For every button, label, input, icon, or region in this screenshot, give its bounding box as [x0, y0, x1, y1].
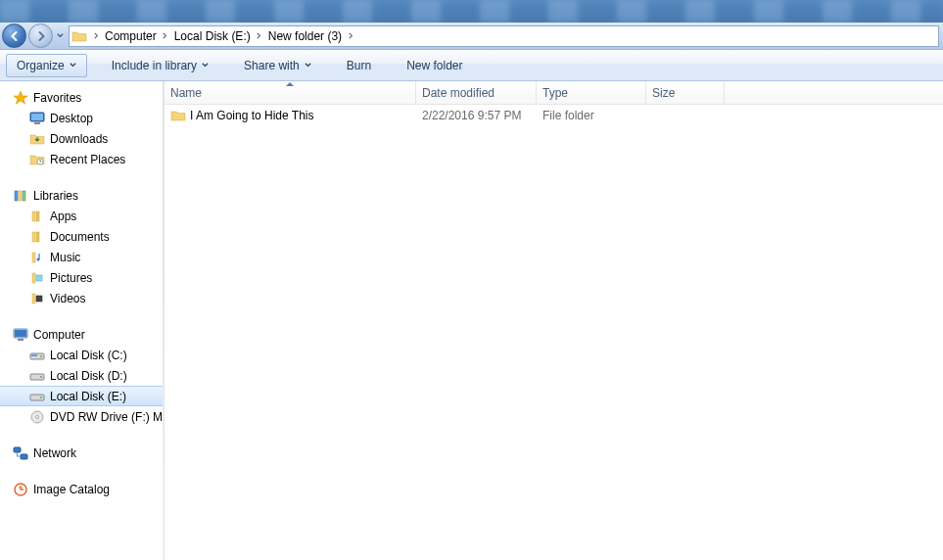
svg-rect-30	[21, 454, 27, 459]
sidebar-item-videos[interactable]: Videos	[0, 288, 164, 308]
share-label: Share with	[244, 59, 300, 72]
burn-label: Burn	[347, 59, 371, 72]
sidebar-item-music[interactable]: Music	[0, 247, 164, 267]
breadcrumb[interactable]: Computer Local Disk (E:) New folder (3)	[69, 25, 939, 47]
breadcrumb-segment-folder[interactable]: New folder (3)	[264, 26, 346, 46]
drive-icon	[29, 348, 45, 363]
desktop-taskbar-strip	[0, 0, 943, 23]
file-list: Name Date modified Type Size I Am Going …	[165, 81, 943, 560]
svg-rect-18	[15, 330, 26, 337]
forward-arrow-icon	[35, 30, 47, 42]
sidebar-item-desktop[interactable]: Desktop	[0, 108, 164, 128]
folder-icon	[170, 108, 186, 123]
column-headers: Name Date modified Type Size	[165, 81, 943, 105]
sidebar-item-documents[interactable]: Documents	[0, 226, 164, 247]
star-icon	[13, 90, 28, 106]
organize-label: Organize	[17, 59, 65, 72]
sidebar-item-dvd-drive[interactable]: DVD RW Drive (F:) M	[0, 406, 164, 427]
desktop-icon	[29, 111, 45, 126]
svg-rect-8	[36, 211, 39, 221]
chevron-down-icon	[305, 62, 311, 69]
svg-point-26	[40, 397, 42, 398]
sidebar-item-label: DVD RW Drive (F:) M	[50, 410, 163, 424]
sidebar-item-label: Documents	[50, 230, 110, 244]
svg-rect-11	[32, 253, 35, 262]
breadcrumb-segment-computer[interactable]: Computer	[101, 26, 161, 46]
svg-rect-6	[23, 191, 25, 201]
sidebar-item-downloads[interactable]: Downloads	[0, 128, 164, 149]
organize-button[interactable]: Organize	[6, 54, 87, 77]
file-type-cell: File folder	[537, 109, 646, 122]
new-folder-button[interactable]: New folder	[396, 54, 473, 77]
library-icon	[29, 209, 45, 224]
newfolder-label: New folder	[406, 59, 462, 72]
toolbar: Organize Include in library Share with B…	[0, 50, 943, 81]
sidebar-item-label: Music	[50, 251, 80, 264]
sidebar-item-label: Desktop	[50, 112, 93, 125]
include-in-library-button[interactable]: Include in library	[101, 54, 219, 77]
sidebar-item-drive-e[interactable]: Local Disk (E:)	[0, 386, 164, 406]
path-arrow[interactable]	[346, 26, 355, 46]
chevron-down-icon	[70, 62, 76, 69]
svg-rect-16	[36, 296, 42, 302]
path-arrow[interactable]	[255, 26, 264, 46]
address-bar: Computer Local Disk (E:) New folder (3)	[0, 23, 943, 50]
downloads-icon	[29, 131, 45, 147]
file-date: 2/22/2016 9:57 PM	[422, 109, 521, 122]
column-label: Name	[170, 86, 202, 100]
navigation-pane: Favorites Desktop Downloads Recent Place…	[0, 81, 165, 560]
videos-icon	[29, 291, 45, 306]
sidebar-item-favorites[interactable]: Favorites	[0, 87, 164, 108]
svg-rect-7	[32, 211, 35, 221]
chevron-down-icon	[202, 62, 209, 69]
column-name[interactable]: Name	[165, 81, 416, 104]
sidebar-item-apps[interactable]: Apps	[0, 206, 164, 226]
file-date-cell: 2/22/2016 9:57 PM	[416, 109, 537, 122]
sidebar-item-pictures[interactable]: Pictures	[0, 267, 164, 288]
sidebar-item-label: Image Catalog	[33, 483, 110, 496]
path-arrow[interactable]	[161, 26, 170, 46]
burn-button[interactable]: Burn	[336, 54, 382, 77]
column-size[interactable]: Size	[646, 81, 725, 104]
sidebar-item-libraries[interactable]: Libraries	[0, 185, 164, 206]
sidebar-item-network[interactable]: Network	[0, 443, 164, 463]
svg-rect-10	[36, 232, 39, 242]
file-row[interactable]: I Am Going to Hide This 2/22/2016 9:57 P…	[165, 105, 943, 126]
file-name-cell: I Am Going to Hide This	[165, 108, 416, 123]
svg-rect-21	[31, 354, 37, 356]
svg-rect-4	[15, 191, 18, 201]
pictures-icon	[29, 270, 45, 286]
imagecatalog-group: Image Catalog	[0, 479, 164, 499]
music-icon	[29, 250, 45, 265]
sidebar-item-drive-c[interactable]: Local Disk (C:)	[0, 345, 164, 365]
sidebar-item-drive-d[interactable]: Local Disk (D:)	[0, 365, 164, 386]
svg-rect-14	[36, 275, 42, 281]
path-root-arrow[interactable]	[91, 26, 101, 46]
svg-rect-19	[18, 339, 24, 341]
column-date[interactable]: Date modified	[416, 81, 537, 104]
svg-rect-15	[32, 294, 35, 303]
forward-button[interactable]	[28, 23, 53, 48]
sidebar-item-label: Local Disk (E:)	[50, 390, 126, 403]
svg-rect-5	[19, 191, 22, 201]
libraries-icon	[13, 188, 28, 204]
column-label: Type	[542, 86, 568, 100]
folder-icon	[71, 28, 87, 44]
nav-history-dropdown[interactable]	[55, 26, 65, 46]
svg-point-12	[37, 257, 40, 260]
library-icon	[29, 229, 45, 245]
computer-icon	[13, 327, 28, 343]
sidebar-item-computer[interactable]: Computer	[0, 324, 164, 345]
sidebar-item-image-catalog[interactable]: Image Catalog	[0, 479, 164, 499]
sidebar-item-recent-places[interactable]: Recent Places	[0, 149, 164, 169]
drive-icon	[29, 368, 45, 384]
share-with-button[interactable]: Share with	[233, 54, 322, 77]
back-arrow-icon	[9, 30, 21, 42]
sidebar-item-label: Local Disk (C:)	[50, 349, 127, 362]
breadcrumb-segment-drive[interactable]: Local Disk (E:)	[170, 26, 255, 46]
column-type[interactable]: Type	[537, 81, 646, 104]
column-label: Date modified	[422, 86, 495, 100]
computer-group: Computer Local Disk (C:) Local Disk (D:)…	[0, 324, 164, 427]
back-button[interactable]	[2, 23, 26, 48]
file-type: File folder	[542, 109, 594, 122]
